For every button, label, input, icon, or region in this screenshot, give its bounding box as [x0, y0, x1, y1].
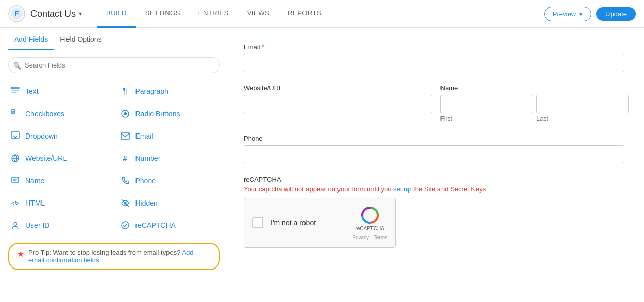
field-label-dropdown: Dropdown: [25, 132, 58, 140]
field-label-checkboxes: Checkboxes: [25, 110, 64, 118]
svg-point-16: [14, 222, 17, 225]
recaptcha-brand-label: reCAPTCHA: [355, 226, 384, 232]
userid-icon: [10, 220, 20, 230]
main-content: Add Fields Field Options 🔍 Text ¶ Paragr…: [0, 28, 644, 302]
field-item-name[interactable]: Name: [4, 170, 114, 192]
field-label-website: Website/URL: [25, 154, 67, 162]
field-item-userid[interactable]: User ID: [4, 214, 114, 237]
radio-icon: [120, 109, 130, 119]
name-icon: [10, 176, 20, 186]
name-last-group: Last: [536, 95, 629, 122]
field-label-phone: Phone: [135, 177, 156, 185]
recaptcha-footer: Privacy - Terms: [352, 234, 387, 240]
svg-rect-10: [121, 133, 129, 139]
field-item-radio[interactable]: Radio Buttons: [114, 103, 224, 125]
search-input[interactable]: [8, 57, 220, 73]
recaptcha-icon: [120, 220, 130, 230]
form-title[interactable]: Contact Us ▾: [30, 9, 82, 19]
tab-field-options[interactable]: Field Options: [54, 28, 108, 50]
checkboxes-icon: [10, 109, 20, 119]
name-inputs: First Last: [440, 95, 629, 122]
number-icon: #: [120, 153, 130, 163]
website-input[interactable]: [244, 95, 432, 113]
website-label: Website/URL: [244, 84, 432, 92]
field-label-email: Email: [135, 132, 153, 140]
name-first-label: First: [440, 115, 533, 122]
recaptcha-label: reCAPTCHA: [244, 176, 629, 183]
pro-tip: ★ Pro Tip: Want to stop losing leads fro…: [8, 243, 220, 270]
recaptcha-section: reCAPTCHA Your captcha will not appear o…: [244, 176, 629, 248]
paragraph-icon: ¶: [120, 86, 130, 96]
nav-build[interactable]: BUILD: [97, 0, 136, 28]
svg-text:F: F: [15, 10, 19, 18]
field-item-html[interactable]: </> HTML: [4, 192, 114, 214]
phone-input[interactable]: [244, 145, 624, 163]
field-item-hidden[interactable]: Hidden: [114, 192, 224, 214]
field-label-name: Name: [25, 177, 44, 185]
tab-add-fields[interactable]: Add Fields: [8, 28, 54, 50]
field-label-number: Number: [135, 154, 161, 162]
nav-entries[interactable]: ENTRIES: [189, 0, 238, 28]
recaptcha-logo: reCAPTCHA Privacy - Terms: [352, 206, 387, 240]
required-star: *: [262, 43, 264, 51]
field-item-number[interactable]: # Number: [114, 147, 224, 170]
update-button[interactable]: Update: [596, 7, 636, 21]
svg-rect-11: [12, 177, 19, 182]
header-actions: Preview ▾ Update: [544, 7, 636, 21]
field-label-recaptcha: reCAPTCHA: [135, 221, 176, 229]
email-input[interactable]: [244, 54, 624, 72]
svg-rect-5: [11, 92, 16, 93]
recaptcha-checkbox[interactable]: [252, 217, 263, 228]
recaptcha-spinner-icon: [360, 206, 380, 225]
recaptcha-warning: Your captcha will not appear on your for…: [244, 185, 629, 193]
header: F Contact Us ▾ BUILD SETTINGS ENTRIES VI…: [0, 0, 644, 28]
nav-views[interactable]: VIEWS: [238, 0, 279, 28]
field-item-dropdown[interactable]: Dropdown: [4, 125, 114, 147]
form-row-website-name: Website/URL Name First Last: [244, 84, 629, 122]
phone-icon: [120, 176, 130, 186]
field-label-text: Text: [25, 87, 39, 95]
name-label: Name: [440, 84, 629, 92]
title-chevron: ▾: [79, 10, 82, 17]
form-col-website: Website/URL: [244, 84, 432, 122]
search-icon: 🔍: [13, 61, 21, 69]
field-label-radio: Radio Buttons: [135, 110, 180, 118]
svg-point-8: [124, 112, 127, 115]
svg-rect-4: [11, 90, 19, 91]
form-col-name: Name First Last: [440, 84, 629, 122]
field-item-checkboxes[interactable]: Checkboxes: [4, 103, 114, 125]
name-first-input[interactable]: [440, 95, 533, 113]
recaptcha-setup-link[interactable]: set up: [393, 185, 411, 193]
svg-rect-3: [11, 87, 19, 89]
field-label-paragraph: Paragraph: [135, 87, 168, 95]
name-last-input[interactable]: [536, 95, 629, 113]
field-label-hidden: Hidden: [135, 199, 158, 207]
svg-point-17: [122, 222, 129, 229]
email-label: Email *: [244, 43, 629, 51]
fields-grid: Text ¶ Paragraph Checkboxes Radio Button…: [0, 80, 228, 237]
field-item-website[interactable]: Website/URL: [4, 147, 114, 170]
app-logo: F: [8, 5, 25, 22]
preview-button[interactable]: Preview ▾: [544, 7, 591, 21]
text-icon: [10, 86, 20, 96]
field-item-paragraph[interactable]: ¶ Paragraph: [114, 80, 224, 103]
sidebar: Add Fields Field Options 🔍 Text ¶ Paragr…: [0, 28, 228, 302]
main-nav: BUILD SETTINGS ENTRIES VIEWS REPORTS: [97, 0, 544, 28]
form-area: Email * Website/URL Name First: [228, 28, 644, 302]
html-icon: </>: [10, 198, 20, 208]
field-item-phone[interactable]: Phone: [114, 170, 224, 192]
email-icon: [120, 131, 130, 141]
field-item-text[interactable]: Text: [4, 80, 114, 103]
star-icon: ★: [17, 249, 24, 259]
field-item-email[interactable]: Email: [114, 125, 224, 147]
nav-reports[interactable]: REPORTS: [279, 0, 330, 28]
field-label-userid: User ID: [25, 221, 49, 229]
name-first-group: First: [440, 95, 533, 122]
recaptcha-box: I'm not a robot reCAPTCHA Privacy - Term…: [244, 198, 396, 248]
hidden-icon: [120, 198, 130, 208]
form-group-email: Email *: [244, 43, 629, 72]
form-group-phone: Phone: [244, 135, 629, 163]
nav-settings[interactable]: SETTINGS: [136, 0, 189, 28]
field-item-recaptcha[interactable]: reCAPTCHA: [114, 214, 224, 237]
field-label-html: HTML: [25, 199, 45, 207]
